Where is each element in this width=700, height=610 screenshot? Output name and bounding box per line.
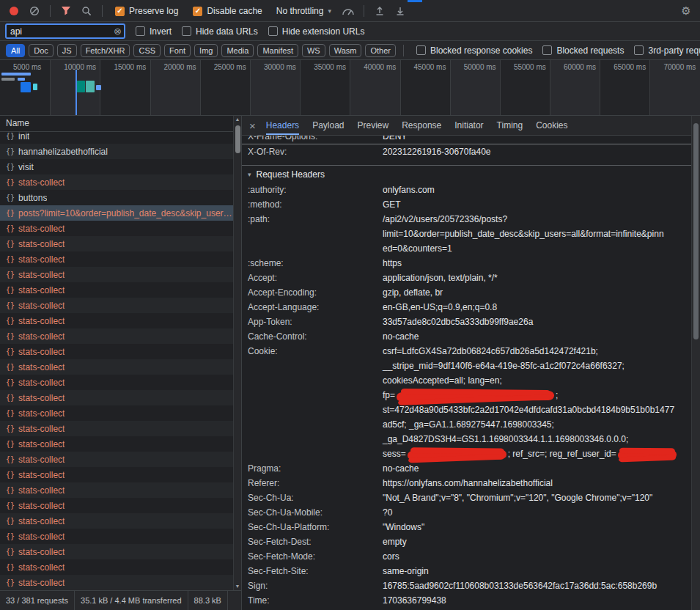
request-row[interactable]: {}stats-collect [0,498,233,513]
blocked-response-cookies-checkbox[interactable]: Blocked response cookies [416,45,532,56]
scrollbar-thumb[interactable] [693,123,699,339]
request-row[interactable]: {}stats-collect [0,236,233,251]
type-filter-fetch-xhr[interactable]: Fetch/XHR [81,44,130,57]
request-row[interactable]: {}stats-collect [0,313,233,328]
throttling-dropdown[interactable]: No throttling ▾ [276,6,331,16]
type-filter-css[interactable]: CSS [133,44,161,57]
invert-checkbox[interactable]: Invert [136,26,172,37]
request-row[interactable]: {}stats-collect [0,467,233,482]
scroll-down-icon[interactable]: ▼ [235,583,240,590]
network-conditions-icon [342,7,355,15]
search-button[interactable] [78,3,95,19]
request-row[interactable]: {}stats-collect [0,251,233,267]
type-filter-ws[interactable]: WS [302,44,325,57]
tab-initiator[interactable]: Initiator [454,116,483,135]
request-row[interactable]: {}stats-collect [0,544,233,559]
request-row[interactable]: {}posts?limit=10&order=publish_date_desc… [0,205,233,221]
request-row[interactable]: {}stats-collect [0,452,233,467]
request-row[interactable]: {}stats-collect [0,405,233,421]
header-row: X-Of-Rev:202312261916-30670fa40e [242,144,691,159]
request-row[interactable]: {}buttons [0,190,233,205]
overview-segment: 45000 ms [400,60,450,115]
request-row[interactable]: {}stats-collect [0,575,233,590]
tab-payload[interactable]: Payload [312,116,344,135]
request-row[interactable]: {}stats-collect [0,529,233,544]
script-file-icon: {} [6,255,15,263]
request-row[interactable]: {}hannahelizabethofficial [0,144,233,159]
invert-label: Invert [150,26,172,37]
type-filter-media[interactable]: Media [221,44,254,57]
tab-preview[interactable]: Preview [358,116,389,135]
header-row: App-Token:33d57ade8c02dbc5a333db99ff9ae2… [242,315,691,329]
filter-funnel-icon [61,6,71,15]
preserve-log-label: Preserve log [129,6,178,16]
script-file-icon: {} [6,301,15,309]
close-detail-icon[interactable]: × [249,120,256,131]
request-row[interactable]: {}stats-collect [0,375,233,390]
name-column-header[interactable]: Name [0,116,241,132]
3rd-party-requests-checkbox[interactable]: 3rd-party requests [634,45,700,56]
type-filter-img[interactable]: Img [194,44,218,57]
request-row[interactable]: {}init [0,132,233,144]
request-row[interactable]: {}stats-collect [0,436,233,452]
request-row[interactable]: {}stats-collect [0,328,233,344]
hide-extension-urls-checkbox[interactable]: Hide extension URLs [268,26,365,37]
header-name: Accept-Language: [242,300,383,315]
tab-cookies[interactable]: Cookies [536,116,567,135]
header-value: cors [383,549,691,564]
request-name: stats-collect [18,393,65,403]
header-value: 16785:5aad9602cf110608b03133de563642fac1… [383,578,691,593]
request-row[interactable]: {}stats-collect [0,390,233,405]
checkbox-icon: ✓ [193,7,202,16]
scroll-up-icon[interactable]: ▲ [235,116,240,123]
record-button[interactable] [6,3,22,19]
overview-segment: 5000 ms [0,60,50,115]
request-headers-section-header[interactable]: ▾ Request Headers [242,165,691,183]
request-headers-list: :authority:onlyfans.com:method:GET:path:… [242,183,691,608]
filter-input[interactable] [6,24,125,38]
type-filter-all[interactable]: All [6,44,25,57]
clear-filter-icon[interactable]: ⊗ [114,26,122,36]
export-har-button[interactable] [392,3,408,19]
blocked-requests-checkbox[interactable]: Blocked requests [542,45,624,56]
request-row[interactable]: {}stats-collect [0,282,233,298]
request-row[interactable]: {}visit [0,159,233,174]
network-conditions-button[interactable] [340,3,356,19]
request-row[interactable]: {}stats-collect [0,421,233,436]
header-row: :scheme:https [242,256,691,271]
request-row[interactable]: {}stats-collect [0,559,233,575]
type-filter-font[interactable]: Font [164,44,191,57]
request-row[interactable]: {}stats-collect [0,298,233,313]
settings-button[interactable]: ⚙ [678,3,694,19]
filter-button[interactable] [58,3,74,19]
request-list-scrollbar[interactable]: ▲ ▼ [233,116,241,590]
import-har-button[interactable] [372,3,388,19]
disable-cache-checkbox[interactable]: ✓Disable cache [193,6,262,16]
scrollbar-thumb[interactable] [235,125,240,153]
tab-headers[interactable]: Headers [266,116,299,135]
overview-time-label: 35000 ms [314,63,346,71]
header-name: Time: [242,593,383,608]
type-filter-js[interactable]: JS [57,44,77,57]
header-row: Pragma:no-cache [242,461,691,476]
type-filter-manifest[interactable]: Manifest [257,44,298,57]
detail-scrollbar[interactable] [691,116,700,610]
clear-button[interactable] [26,3,43,19]
request-row[interactable]: {}stats-collect [0,359,233,375]
type-filter-wasm[interactable]: Wasm [329,44,362,57]
tab-timing[interactable]: Timing [497,116,523,135]
request-row[interactable]: {}stats-collect [0,174,233,190]
tab-response[interactable]: Response [402,116,441,135]
request-row[interactable]: {}stats-collect [0,267,233,282]
script-file-icon: {} [6,486,15,494]
request-row[interactable]: {}stats-collect [0,482,233,498]
request-row[interactable]: {}stats-collect [0,344,233,359]
type-filter-other[interactable]: Other [365,44,396,57]
network-overview-timeline[interactable]: 5000 ms10000 ms15000 ms20000 ms25000 ms3… [0,60,700,116]
preserve-log-checkbox[interactable]: ✓Preserve log [115,6,178,16]
type-filter-doc[interactable]: Doc [29,44,54,57]
redaction-scribble [618,450,677,460]
hide-data-urls-checkbox[interactable]: Hide data URLs [182,26,258,37]
request-row[interactable]: {}stats-collect [0,513,233,529]
request-row[interactable]: {}stats-collect [0,221,233,236]
